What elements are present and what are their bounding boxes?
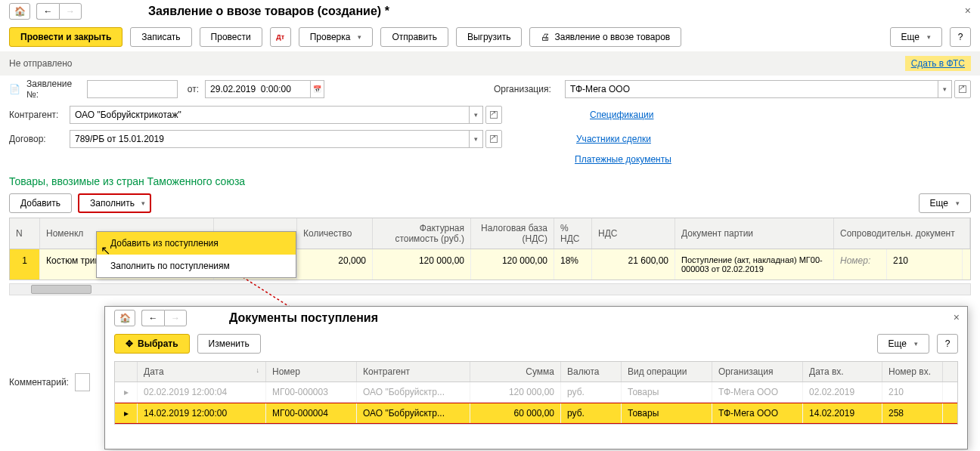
mcol-date[interactable]: Дата↓ [138, 362, 266, 381]
date-input[interactable] [205, 80, 311, 98]
cursor-icon: ↖ [101, 243, 110, 258]
menu-fill-by-receipts[interactable]: Заполнить по поступлениям [97, 255, 296, 277]
form-row-2: Контрагент: ▾ Спецификации [0, 103, 980, 127]
form-row-1: 📄 Заявление №: от: 📅 Организация: ▾ [0, 76, 980, 103]
mcol-op[interactable]: Вид операции [622, 362, 712, 381]
col-n[interactable]: N [10, 218, 40, 249]
col-sdoc[interactable]: Сопроводительн. документ [834, 218, 970, 249]
form-row-4: Платежные документы [0, 151, 980, 168]
modal-toolbar: ✥Выбрать Изменить Еще ? [105, 329, 967, 358]
post-button[interactable]: Провести [200, 27, 262, 47]
check-button[interactable]: Проверка [299, 27, 374, 47]
modal-title: Документы поступления [229, 311, 378, 325]
write-button[interactable]: Записать [130, 27, 191, 47]
from-label: от: [184, 84, 199, 94]
ctr-label: Контрагент: [9, 110, 64, 120]
col-qty[interactable]: Количество [297, 218, 373, 249]
home-button[interactable]: 🏠 [9, 3, 30, 20]
mcol-org[interactable]: Организация [712, 362, 803, 381]
menu-add-from-receipt[interactable]: Добавить из поступления [97, 232, 296, 255]
mcol-ctr[interactable]: Контрагент [357, 362, 470, 381]
page-title: Заявление о ввозе товаров (создание) * [148, 5, 389, 18]
modal-help-button[interactable]: ? [937, 334, 958, 354]
modal-row-1[interactable]: ▸ 14.02.2019 12:00:00 МГ00-000004 ОАО "Б… [115, 403, 957, 424]
org-label: Организация: [494, 84, 559, 94]
help-button[interactable]: ? [950, 27, 971, 47]
fts-link[interactable]: Сдать в ФТС [905, 56, 971, 71]
modal-more-button[interactable]: Еще [877, 334, 929, 354]
mcol-cur[interactable]: Валюта [561, 362, 622, 381]
dog-input[interactable] [70, 130, 470, 148]
cell-sval: 210 [887, 249, 963, 280]
ctr-select-icon[interactable]: ▾ [470, 106, 483, 124]
deal-link[interactable]: Участники сделки [576, 134, 651, 144]
mcol-num[interactable]: Номер [266, 362, 357, 381]
modal-topbar: 🏠 ← → Документы поступления × [105, 307, 967, 329]
calendar-icon[interactable]: 📅 [311, 80, 324, 98]
close-icon[interactable]: × [965, 5, 971, 17]
post-close-button[interactable]: Провести и закрыть [9, 27, 122, 47]
receipts-modal: 🏠 ← → Документы поступления × ✥Выбрать И… [104, 306, 968, 449]
fill-button[interactable]: Заполнить [78, 193, 151, 213]
doc-posted-icon: ▸ [115, 382, 138, 402]
col-vat[interactable]: НДС [592, 218, 675, 249]
ctr-open-icon[interactable] [485, 106, 502, 124]
links-col: Спецификации [590, 110, 653, 120]
modal-forward-button[interactable]: → [164, 310, 187, 326]
status-text: Не отправлено [9, 58, 73, 69]
col-doc[interactable]: Документ партии [675, 218, 834, 249]
comment-row: Комментарий: [0, 369, 99, 396]
h-scrollbar[interactable] [9, 283, 971, 295]
edit-button[interactable]: Изменить [197, 334, 261, 354]
export-button[interactable]: Выгрузить [456, 27, 523, 47]
section-title: Товары, ввозимые из стран Таможенного со… [0, 168, 980, 192]
cell-n: 1 [10, 249, 40, 280]
comment-label: Комментарий: [9, 377, 69, 388]
org-open-icon[interactable] [954, 80, 971, 98]
send-button[interactable]: Отправить [380, 27, 448, 47]
comment-input[interactable] [75, 373, 90, 391]
status-bar: Не отправлено Сдать в ФТС [0, 51, 980, 76]
cell-nb: 120 000,00 [471, 249, 554, 280]
col-pct[interactable]: % НДС [554, 218, 592, 249]
fill-menu: Добавить из поступления Заполнить по пос… [96, 231, 296, 278]
pay-link[interactable]: Платежные документы [575, 154, 671, 165]
org-select-icon[interactable]: ▾ [938, 80, 952, 98]
main-topbar: 🏠 ← → Заявление о ввозе товаров (создани… [0, 0, 980, 23]
mcol-sum[interactable]: Сумма [470, 362, 561, 381]
dtkt-icon[interactable]: Дт [270, 27, 291, 47]
cell-fv: 120 000,00 [373, 249, 471, 280]
nav-group: ← → [36, 3, 82, 20]
mcol-din[interactable]: Дата вх. [803, 362, 882, 381]
more-button[interactable]: Еще [890, 27, 942, 47]
dog-select-icon[interactable]: ▾ [470, 130, 483, 148]
add-button[interactable]: Добавить [9, 193, 72, 213]
table-toolbar: Добавить Заполнить Еще [0, 192, 980, 215]
table-more-button[interactable]: Еще [919, 193, 971, 213]
col-nb[interactable]: Налоговая база (НДС) [471, 218, 554, 249]
mcol-nin[interactable]: Номер вх. [882, 362, 943, 381]
modal-close-icon[interactable]: × [954, 311, 960, 323]
spec-link[interactable]: Спецификации [590, 110, 653, 120]
pointer-icon: ✥ [126, 338, 133, 349]
print-button[interactable]: 🖨Заявление о ввозе товаров [529, 27, 681, 47]
modal-grid-header: Дата↓ Номер Контрагент Сумма Валюта Вид … [115, 362, 957, 382]
dog-label: Договор: [9, 134, 64, 144]
forward-button[interactable]: → [59, 3, 82, 20]
select-button[interactable]: ✥Выбрать [114, 334, 190, 354]
doc-posted-icon: ▸ [115, 403, 138, 423]
dog-open-icon[interactable] [485, 130, 502, 148]
ctr-input[interactable] [70, 106, 470, 124]
modal-back-button[interactable]: ← [141, 310, 164, 326]
back-button[interactable]: ← [36, 3, 59, 20]
modal-home-button[interactable]: 🏠 [114, 310, 135, 326]
cell-snum: Номер: [834, 249, 887, 280]
org-input[interactable] [565, 80, 938, 98]
form-row-3: Договор: ▾ Участники сделки [0, 127, 980, 151]
main-toolbar: Провести и закрыть Записать Провести Дт … [0, 23, 980, 51]
modal-grid: Дата↓ Номер Контрагент Сумма Валюта Вид … [114, 361, 958, 425]
cell-pct: 18% [554, 249, 592, 280]
num-input[interactable] [87, 80, 178, 98]
col-fv[interactable]: Фактурная стоимость (руб.) [373, 218, 471, 249]
modal-row-0[interactable]: ▸ 02.02.2019 12:00:04 МГ00-000003 ОАО "Б… [115, 382, 957, 403]
